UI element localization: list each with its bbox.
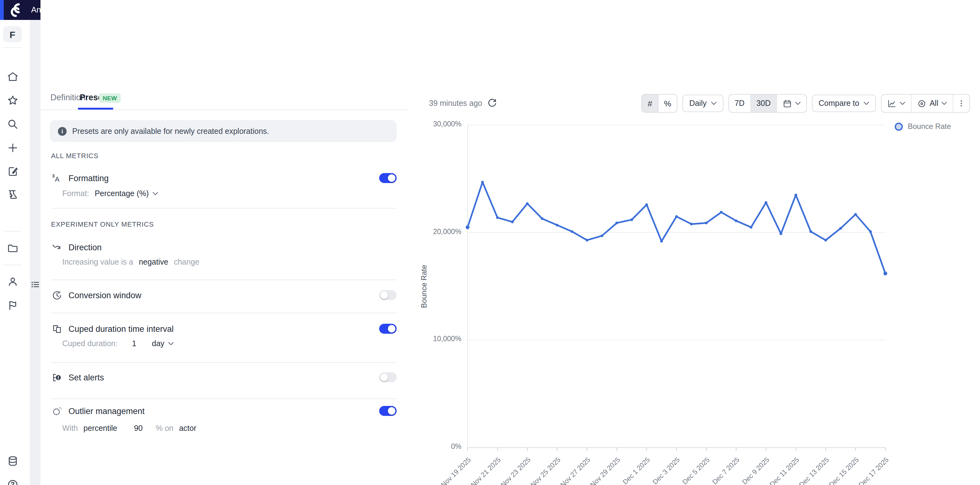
y-axis-title: Bounce Rate xyxy=(420,265,428,308)
outline-list-icon[interactable] xyxy=(31,280,40,289)
format-label: Format: xyxy=(62,189,89,198)
chart-legend[interactable]: Bounce Rate xyxy=(895,122,951,131)
data-point[interactable] xyxy=(466,225,469,229)
direction-suffix: change xyxy=(174,258,199,267)
data-point[interactable] xyxy=(883,272,887,275)
svg-text:3: 3 xyxy=(52,173,55,178)
y-tick-label: 10,000% xyxy=(420,335,461,343)
x-tick-label: Nov 21 2025 xyxy=(469,456,502,485)
sidebar-divider xyxy=(4,265,21,265)
user-icon[interactable] xyxy=(6,275,19,288)
interval-dropdown[interactable]: Daily xyxy=(682,95,724,112)
trend-down-icon xyxy=(51,242,62,253)
compare-to-dropdown[interactable]: Compare to xyxy=(812,95,877,112)
cuped-toggle[interactable] xyxy=(379,324,397,334)
chart-controls: # % Daily 7D 30D Compare to xyxy=(642,95,970,112)
outlier-scatter-icon xyxy=(51,405,62,417)
data-point[interactable] xyxy=(645,203,648,206)
formatting-row: 3A Formatting xyxy=(51,172,397,184)
data-point[interactable] xyxy=(824,239,827,242)
data-point[interactable] xyxy=(675,215,678,218)
format-subrow: Format: Percentage (%) xyxy=(62,188,158,199)
data-point[interactable] xyxy=(511,220,514,223)
outlier-row: Outlier management xyxy=(51,405,397,417)
data-point[interactable] xyxy=(541,217,544,220)
absolute-values-toggle[interactable]: # xyxy=(642,95,658,112)
data-point[interactable] xyxy=(735,219,738,222)
experiments-icon[interactable] xyxy=(6,188,19,200)
star-icon[interactable] xyxy=(6,94,19,107)
x-tick-label: Dec 5 2025 xyxy=(681,456,711,485)
refresh-icon[interactable] xyxy=(488,99,497,108)
data-point[interactable] xyxy=(660,240,663,243)
set-alerts-toggle[interactable] xyxy=(379,372,397,382)
bounce-rate-chart[interactable]: Nov 19 2025Nov 21 2025Nov 23 2025Nov 25 … xyxy=(468,125,885,485)
data-point[interactable] xyxy=(869,230,872,233)
cuped-subrow: Cuped duration: 1 day xyxy=(62,338,174,349)
data-point[interactable] xyxy=(705,222,708,224)
outlier-method-dropdown[interactable]: percentile xyxy=(83,424,117,433)
data-point[interactable] xyxy=(496,216,499,219)
format-value: Percentage (%) xyxy=(95,189,149,198)
data-point[interactable] xyxy=(585,239,589,242)
range-7d-button[interactable]: 7D xyxy=(729,95,750,112)
database-icon[interactable] xyxy=(6,455,19,467)
help-icon[interactable] xyxy=(6,478,19,485)
data-point[interactable] xyxy=(839,227,842,230)
section-all-metrics: ALL METRICS xyxy=(51,152,99,159)
data-point[interactable] xyxy=(765,201,767,204)
row-divider xyxy=(51,363,397,363)
search-icon[interactable] xyxy=(6,118,19,130)
x-tick-label: Dec 3 2025 xyxy=(651,456,681,485)
chevron-down-icon xyxy=(864,102,869,105)
workspace-logo[interactable]: F xyxy=(3,26,22,42)
app-root: Analytics Demo / Analytics Ask Opal ? GD… xyxy=(0,0,980,485)
home-icon[interactable] xyxy=(6,70,19,83)
outlier-toggle[interactable] xyxy=(379,406,397,416)
data-point[interactable] xyxy=(854,213,857,216)
x-tick-label: Dec 1 2025 xyxy=(621,456,651,485)
flag-icon[interactable] xyxy=(6,299,19,311)
data-point[interactable] xyxy=(526,202,528,205)
plus-icon[interactable] xyxy=(6,142,19,154)
chart-more-options-icon[interactable] xyxy=(953,95,969,112)
outlier-subrow: With percentile 90 % on actor xyxy=(62,423,196,434)
data-point[interactable] xyxy=(749,226,752,229)
direction-row: Direction xyxy=(51,241,397,253)
eppo-logo-icon[interactable] xyxy=(6,1,24,19)
display-options-group: All xyxy=(881,94,970,113)
bounce-rate-line[interactable] xyxy=(468,182,885,274)
outlier-entity-dropdown[interactable]: actor xyxy=(179,424,196,433)
percent-values-toggle[interactable]: % xyxy=(658,95,677,112)
data-point[interactable] xyxy=(481,181,484,184)
data-point[interactable] xyxy=(556,224,558,227)
data-point[interactable] xyxy=(616,222,618,224)
cuped-duration-input[interactable]: 1 xyxy=(132,339,136,348)
data-point[interactable] xyxy=(600,234,603,237)
outlier-value-input[interactable]: 90 xyxy=(134,424,143,433)
formatting-toggle[interactable] xyxy=(379,173,397,183)
data-point[interactable] xyxy=(690,223,693,225)
cuped-unit-value: day xyxy=(152,339,164,348)
x-tick-label: Dec 11 2025 xyxy=(768,456,801,485)
cuped-unit-dropdown[interactable]: day xyxy=(152,339,174,348)
tabs-divider xyxy=(40,110,408,110)
folder-icon[interactable] xyxy=(6,242,19,254)
clock-icon xyxy=(51,289,62,301)
custom-range-button[interactable] xyxy=(776,95,806,112)
data-point[interactable] xyxy=(794,194,797,196)
visibility-filter-dropdown[interactable]: All xyxy=(911,95,953,112)
data-point[interactable] xyxy=(630,218,633,221)
data-point[interactable] xyxy=(720,211,722,213)
range-30d-button[interactable]: 30D xyxy=(750,95,776,112)
data-point[interactable] xyxy=(810,230,812,233)
value-mode-group: # % xyxy=(642,94,678,113)
data-point[interactable] xyxy=(780,232,782,235)
chart-type-dropdown[interactable] xyxy=(881,95,911,112)
format-value-dropdown[interactable]: Percentage (%) xyxy=(95,189,158,198)
direction-value-dropdown[interactable]: negative xyxy=(139,258,169,267)
data-point[interactable] xyxy=(571,230,573,233)
compose-icon[interactable] xyxy=(6,165,19,177)
chevron-down-icon xyxy=(168,342,174,345)
conversion-window-toggle[interactable] xyxy=(379,290,397,300)
